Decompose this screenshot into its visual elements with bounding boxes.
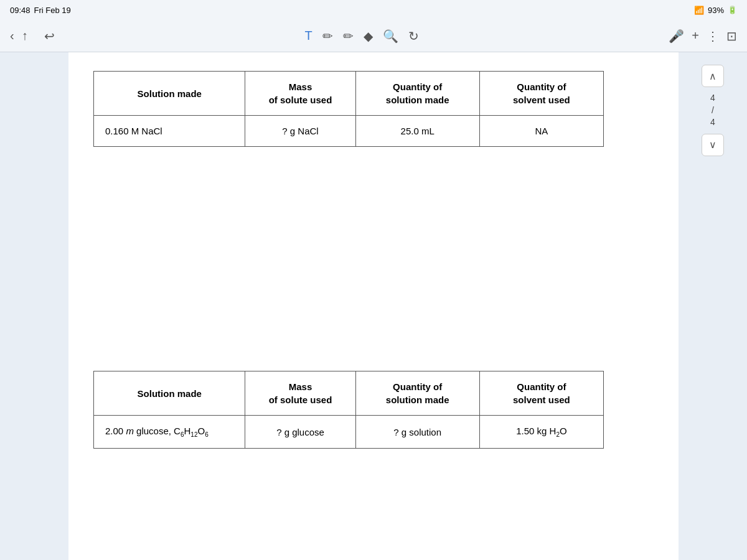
table2-cell-mass: ? g glucose <box>245 416 355 449</box>
table1-header-row: Solution made Massof solute used Quantit… <box>94 72 604 116</box>
table1-header-qty-solution: Quantity ofsolution made <box>355 72 479 116</box>
page-number: 4 <box>710 92 715 105</box>
add-button[interactable]: + <box>692 29 699 43</box>
table1-header-solution: Solution made <box>94 72 245 116</box>
shape-tool[interactable]: ◆ <box>364 29 373 44</box>
table2-cell-solution: 2.00 m glucose, C6H12O6 <box>94 416 245 449</box>
table1-cell-solution: 0.160 M NaCl <box>94 116 245 147</box>
share-button[interactable]: ↑ <box>22 29 28 43</box>
table1-cell-qty-solvent: NA <box>479 116 603 147</box>
page-total: 4 <box>710 116 715 129</box>
date-display: Fri Feb 19 <box>34 6 71 15</box>
search-tool[interactable]: 🔍 <box>383 29 398 44</box>
table1-header-mass: Massof solute used <box>245 72 355 116</box>
status-left: 09:48 Fri Feb 19 <box>10 6 71 15</box>
table2-cell-qty-solvent: 1.50 kg H2O <box>479 416 603 449</box>
pen-tool[interactable]: ✏ <box>322 29 333 44</box>
table1-row1: 0.160 M NaCl ? g NaCl 25.0 mL NA <box>94 116 604 147</box>
toolbar-center: T ✏ ✏ ◆ 🔍 ↻ <box>61 29 663 44</box>
table2-container: Solution made Massof solute used Quantit… <box>93 371 654 449</box>
down-arrow-button[interactable]: ∨ <box>702 134 724 156</box>
table2-row1: 2.00 m glucose, C6H12O6 ? g glucose ? g … <box>94 416 604 449</box>
table2-header-mass: Massof solute used <box>245 371 355 416</box>
table1: Solution made Massof solute used Quantit… <box>93 71 604 147</box>
main-content: Solution made Massof solute used Quantit… <box>68 52 679 560</box>
table2-header-solution: Solution made <box>94 371 245 416</box>
time-display: 09:48 <box>10 6 31 15</box>
rotate-tool[interactable]: ↻ <box>408 29 419 44</box>
table1-cell-qty-solution: 25.0 mL <box>355 116 479 147</box>
text-tool[interactable]: T <box>304 29 312 43</box>
battery-icon: 🔋 <box>728 6 737 14</box>
status-right: 📶 93% 🔋 <box>694 6 737 15</box>
mic-button[interactable]: 🎤 <box>669 29 684 44</box>
table1-header-qty-solvent: Quantity ofsolvent used <box>479 72 603 116</box>
table1-container: Solution made Massof solute used Quantit… <box>93 71 654 147</box>
toolbar-right: 🎤 + ⋮ ⊡ <box>669 29 737 44</box>
left-panel <box>0 52 68 560</box>
toolbar: ‹ ↑ ↩ T ✏ ✏ ◆ 🔍 ↻ 🎤 + ⋮ ⊡ <box>0 20 747 52</box>
side-panel: ∧ 4 / 4 ∨ <box>679 52 747 560</box>
page-indicator: 4 / 4 <box>710 92 715 129</box>
highlight-tool[interactable]: ✏ <box>343 29 354 44</box>
table2-header-qty-solvent: Quantity ofsolvent used <box>479 371 603 416</box>
undo-button[interactable]: ↩ <box>44 29 55 44</box>
table2-header-row: Solution made Massof solute used Quantit… <box>94 371 604 416</box>
table2: Solution made Massof solute used Quantit… <box>93 371 604 449</box>
doc-button[interactable]: ⊡ <box>726 29 737 44</box>
wifi-icon: 📶 <box>694 6 704 15</box>
table2-header-qty-solution: Quantity ofsolution made <box>355 371 479 416</box>
toolbar-left: ‹ ↑ <box>10 29 28 43</box>
more-button[interactable]: ⋮ <box>707 29 719 44</box>
back-button[interactable]: ‹ <box>10 29 14 43</box>
status-bar: 09:48 Fri Feb 19 📶 93% 🔋 <box>0 0 747 20</box>
battery-display: 93% <box>708 6 724 15</box>
table2-cell-qty-solution: ? g solution <box>355 416 479 449</box>
table1-cell-mass: ? g NaCl <box>245 116 355 147</box>
up-arrow-button[interactable]: ∧ <box>702 65 724 87</box>
page-divider: / <box>710 105 715 117</box>
